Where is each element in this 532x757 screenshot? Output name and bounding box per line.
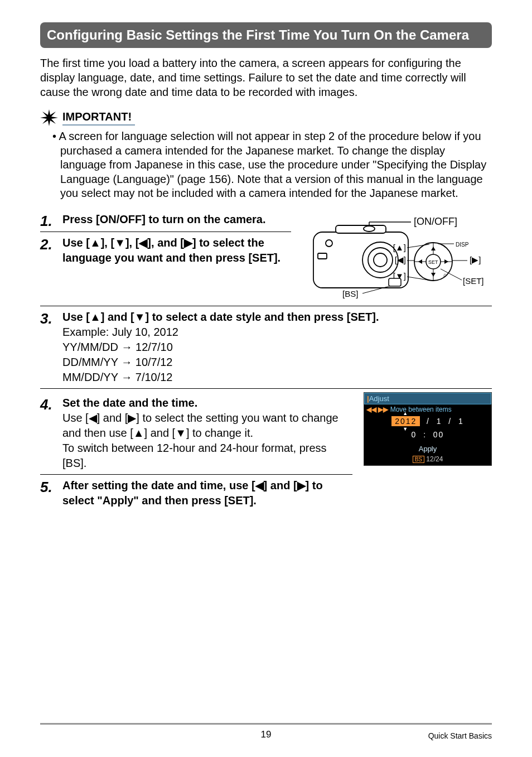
adjust-year: 2012 bbox=[391, 416, 420, 426]
svg-rect-4 bbox=[336, 225, 386, 233]
important-label: IMPORTANT! bbox=[62, 110, 135, 126]
adjust-mode: 12/24 bbox=[426, 455, 443, 463]
adjust-month: 1 bbox=[437, 417, 442, 426]
step-title: Use [▲] and [▼] to select a date style a… bbox=[62, 311, 379, 323]
adjust-day: 1 bbox=[458, 417, 464, 426]
camera-diagram: [ON/OFF] bbox=[302, 209, 492, 306]
step-body-line: DD/MM/YY → 10/7/12 bbox=[62, 355, 379, 370]
important-body: • A screen for language selection will n… bbox=[56, 129, 492, 201]
step-number: 5. bbox=[40, 478, 57, 494]
adjust-subtitle: Move between items bbox=[390, 406, 452, 413]
right-label: [▶] bbox=[470, 255, 481, 264]
svg-rect-9 bbox=[318, 253, 327, 259]
step-number: 4. bbox=[40, 396, 57, 412]
step-5: 5. After setting the date and time, use … bbox=[40, 474, 352, 512]
adjust-bs-label: BS bbox=[413, 456, 424, 463]
footer-page-number: 19 bbox=[0, 729, 532, 740]
step-title: After setting the date and time, use [◀]… bbox=[62, 479, 323, 507]
bs-label: [BS] bbox=[342, 289, 358, 298]
onoff-label: [ON/OFF] bbox=[414, 216, 457, 227]
left-label: [◀] bbox=[395, 255, 406, 264]
step-title: Set the date and the time. bbox=[62, 397, 197, 409]
step-body-line: Example: July 10, 2012 bbox=[62, 325, 379, 340]
svg-point-10 bbox=[364, 226, 375, 232]
step-body-line: Use [◀] and [▶] to select the setting yo… bbox=[62, 411, 352, 441]
step-body-line: To switch between 12-hour and 24-hour fo… bbox=[62, 441, 352, 471]
svg-point-8 bbox=[326, 240, 332, 247]
step-title: Press [ON/OFF] to turn on the camera. bbox=[62, 213, 266, 225]
disp-label: DISP bbox=[456, 242, 469, 248]
adjust-apply: Apply bbox=[364, 441, 491, 454]
step-1: 1. Press [ON/OFF] to turn on the camera. bbox=[40, 209, 291, 232]
step-2: 2. Use [▲], [▼], [◀], and [▶] to select … bbox=[40, 232, 291, 269]
adjust-title: Adjust bbox=[369, 394, 389, 403]
adjust-screen: |Adjust ◀◀ ▶▶ Move between items ▲ 2012 … bbox=[364, 392, 492, 466]
step-body-line: YY/MM/DD → 12/7/10 bbox=[62, 340, 379, 355]
svg-point-7 bbox=[374, 253, 387, 267]
svg-text:♫: ♫ bbox=[443, 272, 447, 278]
svg-marker-0 bbox=[40, 109, 58, 126]
step-title: Use [▲], [▼], [◀], and [▶] to select the… bbox=[62, 237, 280, 264]
starburst-icon bbox=[40, 109, 58, 126]
set-label: [SET] bbox=[463, 276, 484, 286]
intro-paragraph: The first time you load a battery into t… bbox=[40, 56, 492, 99]
svg-rect-30 bbox=[389, 278, 401, 286]
adjust-minute: 00 bbox=[433, 430, 444, 439]
step-4: 4. Set the date and the time. Use [◀] an… bbox=[40, 392, 352, 474]
step-number: 2. bbox=[40, 235, 57, 252]
section-heading: Configuring Basic Settings the First Tim… bbox=[40, 22, 492, 48]
step-body-line: MM/DD/YY → 7/10/12 bbox=[62, 370, 379, 385]
svg-text:SET: SET bbox=[428, 259, 438, 265]
step-3: 3. Use [▲] and [▼] to select a date styl… bbox=[40, 306, 492, 388]
adjust-hour: 0 bbox=[412, 430, 417, 439]
up-label: [▲] bbox=[393, 243, 406, 252]
step-number: 3. bbox=[40, 310, 57, 326]
important-header: IMPORTANT! bbox=[40, 109, 492, 126]
step-number: 1. bbox=[40, 212, 57, 228]
